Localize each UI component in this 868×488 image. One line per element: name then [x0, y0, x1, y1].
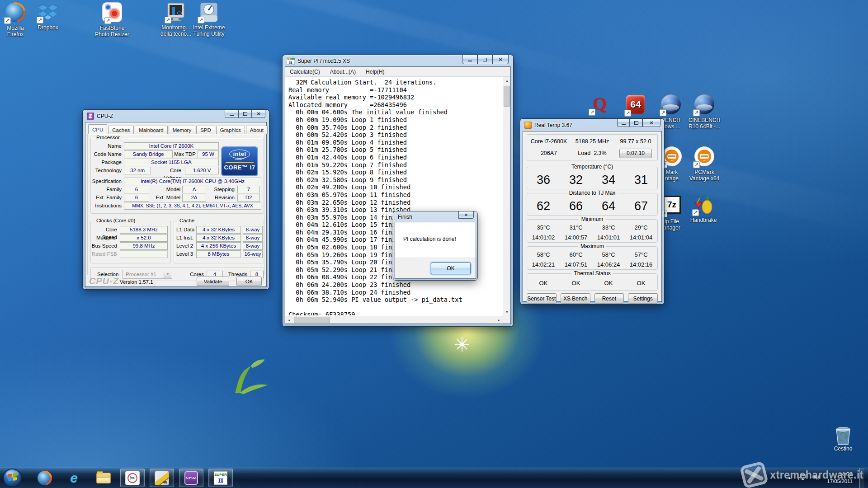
close-button[interactable]: ×: [458, 211, 474, 219]
show-desktop-button[interactable]: [859, 468, 864, 488]
wallpaper-leaves: [226, 353, 276, 396]
cpuz-window-title: CPU-Z: [97, 113, 113, 119]
desktop-icon-dropbox[interactable]: ↗ Dropbox: [30, 2, 66, 31]
desktop-icon-firefox[interactable]: ↗ Mozilla Firefox: [0, 2, 33, 38]
group-legend: Distance to TJ Max: [567, 190, 618, 196]
maximize-button[interactable]: [630, 119, 642, 127]
superpi-taskbar-icon: SUPERπ: [214, 471, 227, 485]
menu-help[interactable]: Help(H): [366, 69, 384, 75]
scroll-left-arrow[interactable]: ◄: [285, 316, 293, 324]
tray-hidden-icons-button[interactable]: ▲: [788, 476, 791, 480]
cpuz-client-area: CPU Caches Mainboard Memory SPD Graphics…: [85, 122, 266, 286]
superpi-console[interactable]: 32M Calculation Start. 24 iterations. Re…: [285, 77, 510, 324]
taskbar-clock[interactable]: 14:08 17/05/2011: [827, 471, 853, 485]
thermal-status-value: OK: [592, 280, 625, 286]
desktop-icon-aida64[interactable]: 64 ↗: [618, 94, 654, 117]
temperature-value: 34: [592, 173, 625, 187]
horizontal-scrollbar[interactable]: ◄ ►: [285, 316, 503, 324]
core-i7-text: CORE™ i7: [221, 164, 258, 171]
tjmax-value: 62: [527, 199, 560, 213]
intel-core-i7-badge: intelinside™ CORE™ i7: [221, 146, 258, 176]
tab-about[interactable]: About: [246, 126, 268, 134]
bus-speed-value: 99.8 MHz: [120, 242, 168, 250]
cpuz-version: Version 1.57.1: [120, 279, 153, 285]
ok-button[interactable]: OK: [236, 277, 262, 286]
tab-graphics[interactable]: Graphics: [216, 126, 245, 134]
revision-value: D2: [237, 194, 260, 202]
volume-icon[interactable]: [813, 474, 820, 483]
ok-button[interactable]: OK: [431, 263, 471, 274]
realtemp-window: Real Temp 3.67 × Core i7-2600K 5188.25 M…: [520, 119, 664, 304]
field-label: Code Name: [91, 150, 122, 158]
processor-select-value: Processor #1: [126, 272, 156, 277]
tab-spd[interactable]: SPD: [196, 126, 215, 134]
minimize-button[interactable]: [225, 110, 238, 118]
field-label: Technology: [91, 167, 122, 174]
start-button[interactable]: [3, 468, 22, 488]
settings-button[interactable]: Settings: [628, 293, 658, 304]
tab-cpu[interactable]: CPU: [88, 124, 107, 134]
minimize-button[interactable]: [462, 55, 477, 64]
desktop-icon-faststone[interactable]: ↗ FastStone Photo Resizer: [94, 2, 130, 38]
field-label: Ext. Family: [91, 194, 122, 202]
desktop-icon-handbrake[interactable]: ↗ Handbrake: [685, 194, 722, 223]
close-button[interactable]: ×: [252, 110, 265, 118]
minimize-button[interactable]: [617, 119, 630, 127]
tab-mainboard[interactable]: Mainboard: [135, 126, 167, 134]
taskbar-firefox[interactable]: [35, 469, 54, 487]
cpu-model: Core i7-2600K: [527, 138, 571, 145]
scroll-down-arrow[interactable]: ▼: [503, 308, 510, 316]
thermal-status-group: Thermal Status OKOKOKOK: [527, 273, 658, 291]
min-time-value: 14:01:04: [625, 234, 657, 241]
taskbar-snipping-tool[interactable]: ✂: [120, 469, 145, 487]
folder-icon: [96, 473, 111, 483]
processor-select[interactable]: Processor #1 ▼: [123, 270, 172, 279]
field-label: Level 3: [176, 250, 195, 258]
min-time-value: 14:01:02: [527, 234, 560, 241]
taskbar-windows-explorer[interactable]: [94, 469, 113, 487]
tab-caches[interactable]: Caches: [108, 126, 134, 134]
desktop-icon-pcmark-vantage[interactable]: ↗ PCMark Vantage x64: [686, 146, 722, 182]
desktop-icon-red-q[interactable]: Q ↗: [582, 94, 618, 117]
shortcut-arrow-icon: ↗: [4, 17, 11, 24]
scroll-right-arrow[interactable]: ►: [495, 316, 503, 324]
taskbar-superpi[interactable]: SUPERπ: [208, 469, 233, 487]
taskbar-realtemp[interactable]: 46: [150, 469, 174, 487]
stepping-value: 7: [237, 186, 260, 193]
close-button[interactable]: ×: [492, 55, 509, 64]
group-legend: Processor: [94, 135, 122, 140]
cpuz-logo: CPU-Z: [89, 276, 119, 286]
horizontal-scroll-thumb[interactable]: [294, 317, 330, 323]
max-tdp-value: 95 W: [198, 150, 219, 158]
reset-button[interactable]: Reset: [594, 293, 624, 304]
network-icon[interactable]: [798, 474, 806, 483]
taskbar-cpuz[interactable]: CPUZ: [179, 469, 203, 487]
group-legend: Cache: [178, 218, 196, 223]
shortcut-arrow-icon: ↗: [693, 161, 700, 168]
sensor-test-button[interactable]: Sensor Test: [527, 293, 557, 304]
tjmax-value: 64: [592, 199, 625, 213]
maximize-button[interactable]: [238, 110, 252, 118]
desktop-icon-cinebench-r10[interactable]: ↗ CINEBENCH R10 64Bit -...: [686, 94, 722, 130]
field-label: Stepping: [208, 186, 235, 193]
vertical-scrollbar[interactable]: ▲ ▼: [503, 77, 510, 316]
desktop-icon-intel-xtu[interactable]: ↗ Intel Extreme Tuning Utility: [191, 2, 227, 37]
desktop-icon-intel-monitor[interactable]: ↗ Monitorag... della tecno...: [158, 2, 194, 37]
scroll-up-arrow[interactable]: ▲: [503, 77, 510, 84]
shortcut-arrow-icon: ↗: [660, 109, 666, 116]
taskbar-internet-explorer[interactable]: e: [65, 469, 83, 487]
timer-button[interactable]: 0:07:10: [619, 149, 652, 158]
menu-about[interactable]: About...(A): [330, 69, 356, 75]
field-label: Max TDP: [174, 150, 196, 158]
xs-bench-button[interactable]: XS Bench: [561, 293, 590, 304]
vertical-scroll-thumb[interactable]: [504, 86, 510, 107]
max-temp-value: 58°C: [592, 251, 625, 258]
close-button[interactable]: ×: [642, 119, 660, 127]
maximize-button[interactable]: [477, 55, 492, 64]
menu-calculate[interactable]: Calculate(C): [290, 69, 320, 75]
min-temp-value: 35°C: [527, 224, 560, 231]
firefox-icon: [38, 471, 52, 485]
validate-button[interactable]: Validate: [197, 277, 229, 286]
desktop-icon-recycle-bin[interactable]: Cestino: [825, 424, 861, 452]
tab-memory[interactable]: Memory: [169, 126, 196, 134]
